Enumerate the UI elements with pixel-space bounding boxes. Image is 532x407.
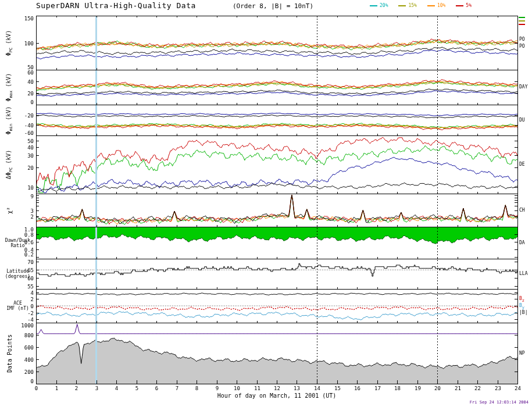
- superdarn-figure: SuperDARN Ultra-High-Quality Data (Order…: [0, 0, 532, 407]
- chart-canvas: [0, 0, 532, 407]
